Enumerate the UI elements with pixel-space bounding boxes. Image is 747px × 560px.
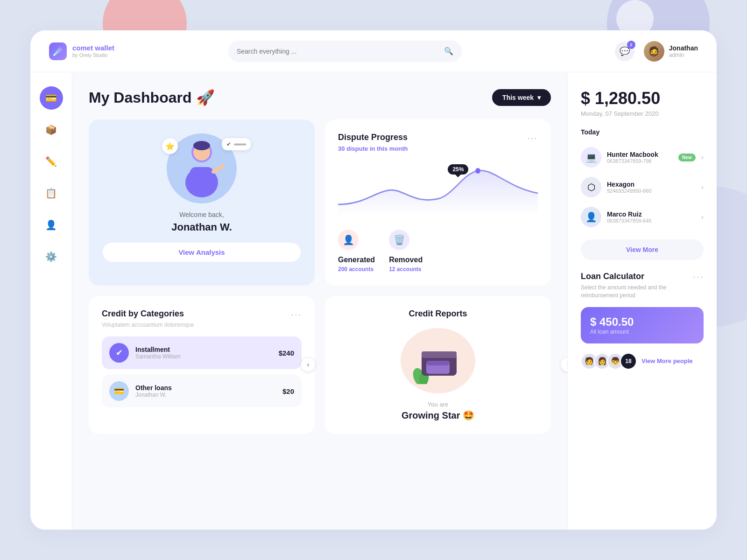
reports-illustration bbox=[401, 328, 475, 393]
view-more-button[interactable]: View More bbox=[581, 239, 704, 260]
search-input[interactable] bbox=[237, 48, 439, 55]
chart-percent-label: 25% bbox=[448, 164, 468, 175]
installment-amount: $240 bbox=[279, 349, 294, 357]
credit-categories-header: Credit by Categories ··· bbox=[102, 309, 302, 320]
txn-icon-hunter: 💻 bbox=[581, 147, 601, 168]
generated-label: Generated bbox=[338, 256, 375, 264]
page-title: My Dashboard 🚀 bbox=[89, 89, 215, 106]
removed-icon: 🗑️ bbox=[389, 230, 409, 250]
installment-icon: ✔ bbox=[109, 343, 129, 363]
other-loans-amount: $20 bbox=[282, 387, 294, 395]
app-name: comet wallet bbox=[72, 44, 114, 52]
generated-sub: 200 accounts bbox=[338, 266, 375, 273]
dispute-chart bbox=[338, 160, 538, 216]
txn-name-marco: Marco Ruiz bbox=[607, 210, 696, 218]
credit-item-installment[interactable]: ✔ Installment Samantha William $240 bbox=[102, 336, 302, 369]
welcome-card: ⭐ ✔═══ bbox=[89, 119, 315, 286]
sidebar-item-settings[interactable]: ⚙️ bbox=[40, 245, 63, 268]
reports-title: Credit Reports bbox=[409, 309, 467, 319]
topbar: ☄️ comet wallet by Orely Studio 🔍 💬 2 🧔 … bbox=[30, 30, 717, 72]
other-loans-sub: Jonathan W. bbox=[135, 392, 276, 398]
chart-area: 25% bbox=[338, 160, 538, 220]
sidebar-item-wallet[interactable]: 💳 bbox=[40, 86, 63, 110]
welcome-name: Jonathan W. bbox=[171, 221, 232, 233]
logo-emoji: ☄️ bbox=[53, 46, 63, 56]
svg-rect-4 bbox=[190, 167, 213, 190]
txn-name-hexagon: Hexagon bbox=[607, 181, 696, 188]
credit-categories-menu[interactable]: ··· bbox=[291, 309, 302, 320]
installment-info: Installment Samantha William bbox=[135, 346, 272, 360]
avatar: 🧔 bbox=[644, 41, 664, 62]
notifications-badge: 2 bbox=[627, 41, 635, 49]
txn-info-hexagon: Hexagon 924693249950-860 bbox=[607, 181, 696, 194]
topbar-right: 💬 2 🧔 Jonathan admin bbox=[615, 41, 698, 62]
top-section: ⭐ ✔═══ bbox=[89, 119, 551, 286]
user-role: admin bbox=[669, 52, 698, 58]
txn-info-hunter: Hunter Macbook 063873347859-798 bbox=[607, 151, 673, 164]
removed-stat: 🗑️ Removed 12 accounts bbox=[389, 230, 423, 273]
txn-arrow-marco: › bbox=[701, 213, 704, 221]
sidebar-item-list[interactable]: 📋 bbox=[40, 182, 63, 205]
dashboard-header: My Dashboard 🚀 This week ▾ bbox=[89, 89, 551, 106]
txn-icon-marco: 👤 bbox=[581, 207, 601, 227]
dispute-card: Dispute Progress ··· 30 dispute in this … bbox=[325, 119, 551, 286]
txn-id-marco: 063873347859-645 bbox=[607, 218, 696, 224]
logo-icon: ☄️ bbox=[49, 42, 67, 60]
user-name: Jonathan bbox=[669, 44, 698, 52]
sidebar-item-inbox[interactable]: 📦 bbox=[40, 118, 63, 141]
svg-rect-12 bbox=[426, 361, 450, 365]
star-badge: ⭐ bbox=[162, 138, 178, 154]
right-panel: $ 1,280.50 Monday, 07 September 2020 Tod… bbox=[567, 72, 717, 530]
loan-menu[interactable]: ··· bbox=[693, 271, 704, 282]
carousel-next-button[interactable]: › bbox=[560, 357, 567, 372]
generated-icon: 👤 bbox=[338, 230, 359, 250]
txn-arrow-hunter: › bbox=[701, 153, 704, 161]
removed-label: Removed bbox=[389, 256, 423, 264]
stats-row: 👤 Generated 200 accounts 🗑️ Removed bbox=[338, 230, 538, 273]
dispute-count: 30 dispute bbox=[338, 145, 368, 152]
dispute-menu[interactable]: ··· bbox=[527, 133, 538, 143]
sidebar-item-edit[interactable]: ✏️ bbox=[40, 150, 63, 173]
welcome-greeting: Welcome back, bbox=[179, 211, 224, 218]
txn-arrow-hexagon: › bbox=[701, 183, 704, 191]
svg-point-3 bbox=[193, 141, 210, 150]
logo-text: comet wallet by Orely Studio bbox=[72, 44, 114, 58]
credit-categories-card: Credit by Categories ··· Voluptatem accu… bbox=[89, 296, 315, 434]
transaction-hunter-macbook[interactable]: 💻 Hunter Macbook 063873347859-798 New › bbox=[581, 142, 704, 172]
search-icon: 🔍 bbox=[444, 47, 453, 56]
transaction-hexagon[interactable]: ⬡ Hexagon 924693249950-860 › bbox=[581, 172, 704, 202]
dispute-header: Dispute Progress ··· bbox=[338, 133, 538, 143]
removed-sub: 12 accounts bbox=[389, 266, 423, 273]
svg-point-6 bbox=[475, 168, 480, 174]
credit-categories-title: Credit by Categories bbox=[102, 309, 184, 319]
balance-amount: $ 1,280.50 bbox=[581, 89, 704, 108]
notifications-button[interactable]: 💬 2 bbox=[615, 42, 634, 61]
other-loans-info: Other loans Jonathan W. bbox=[135, 384, 276, 398]
transaction-marco-ruiz[interactable]: 👤 Marco Ruiz 063873347859-645 › bbox=[581, 202, 704, 232]
credit-item-other-loans[interactable]: 💳 Other loans Jonathan W. $20 bbox=[102, 375, 302, 407]
loan-amount-box: $ 450.50 All loan amount bbox=[581, 307, 704, 343]
logo-area: ☄️ comet wallet by Orely Studio bbox=[49, 42, 152, 60]
view-more-people-button[interactable]: View More people bbox=[641, 357, 693, 364]
balance-date: Monday, 07 September 2020 bbox=[581, 110, 704, 117]
wallet-svg bbox=[412, 337, 464, 384]
other-loans-icon: 💳 bbox=[109, 381, 129, 401]
search-bar[interactable]: 🔍 bbox=[228, 41, 462, 62]
svg-rect-10 bbox=[422, 351, 457, 358]
svg-line-5 bbox=[213, 166, 223, 172]
txn-badge-new: New bbox=[678, 154, 696, 161]
people-count: 18 bbox=[620, 353, 637, 370]
person-illustration bbox=[174, 138, 230, 199]
txn-id-hunter: 063873347859-798 bbox=[607, 158, 673, 164]
this-week-button[interactable]: This week ▾ bbox=[492, 89, 551, 106]
view-analysis-button[interactable]: View Analysis bbox=[103, 243, 301, 262]
welcome-illustration: ⭐ ✔═══ bbox=[167, 133, 237, 203]
other-loans-name: Other loans bbox=[135, 384, 276, 392]
loan-amount: $ 450.50 bbox=[590, 315, 694, 329]
bottom-section: Credit by Categories ··· Voluptatem accu… bbox=[89, 296, 551, 434]
app-subtitle: by Orely Studio bbox=[72, 52, 114, 58]
today-label: Today bbox=[581, 128, 704, 136]
sidebar-item-profile[interactable]: 👤 bbox=[40, 213, 63, 237]
loan-title: Loan Calculator bbox=[581, 272, 644, 281]
carousel-prev-button[interactable]: ‹ bbox=[301, 357, 316, 372]
